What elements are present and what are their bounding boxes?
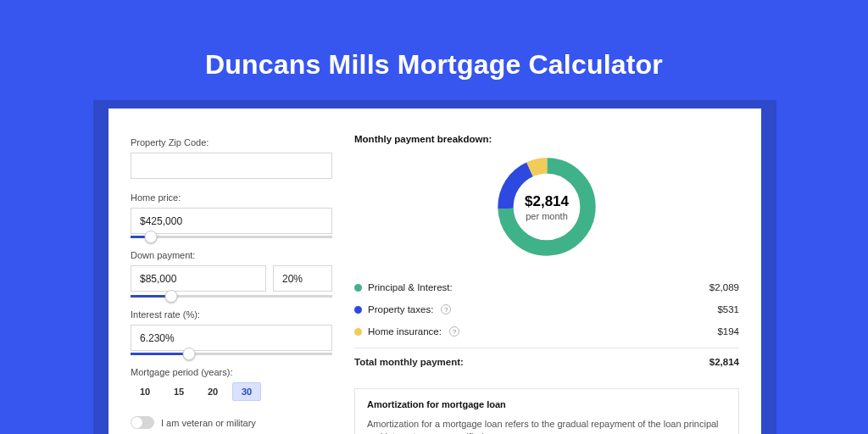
down-payment-label: Down payment:: [131, 250, 344, 260]
veteran-label: I am veteran or military: [161, 418, 256, 428]
calculator-card: Property Zip Code: Home price: $425,000 …: [108, 108, 761, 434]
interest-rate-label: Interest rate (%):: [131, 309, 344, 320]
interest-rate-slider-fill: [131, 353, 189, 355]
veteran-toggle-knob: [131, 417, 142, 428]
interest-rate-slider-thumb[interactable]: [183, 348, 196, 360]
down-payment-slider[interactable]: [131, 295, 332, 298]
veteran-toggle[interactable]: [131, 416, 154, 429]
legend-label: Principal & Interest:: [368, 282, 453, 292]
legend-total-amount: $2,814: [709, 357, 739, 367]
amortization-title: Amortization for mortgage loan: [367, 399, 726, 409]
home-price-slider-thumb[interactable]: [144, 231, 157, 243]
period-option[interactable]: 10: [131, 382, 159, 401]
home-price-slider[interactable]: [131, 236, 332, 238]
legend-amount: $531: [717, 304, 739, 314]
legend-total-label: Total monthly payment:: [354, 357, 464, 367]
legend-dot-tax: [354, 306, 362, 314]
interest-rate-input[interactable]: 6.230%: [131, 325, 332, 351]
zip-label: Property Zip Code:: [131, 137, 344, 147]
home-price-input[interactable]: $425,000: [131, 208, 332, 234]
mortgage-period-label: Mortgage period (years):: [131, 367, 344, 377]
legend-label: Home insurance:: [368, 326, 442, 337]
legend-row-total: Total monthly payment: $2,814: [354, 348, 739, 373]
legend-amount: $2,089: [709, 282, 739, 292]
down-payment-input[interactable]: $85,000: [131, 265, 266, 292]
period-option[interactable]: 15: [164, 382, 193, 401]
info-icon[interactable]: ?: [441, 304, 451, 314]
mortgage-period-group: 10 15 20 30: [131, 382, 344, 401]
donut-total-value: $2,814: [525, 193, 569, 210]
payment-donut-chart: $2,814 per month: [492, 153, 601, 261]
breakdown-title: Monthly payment breakdown:: [354, 134, 739, 144]
inputs-column: Property Zip Code: Home price: $425,000 …: [108, 108, 344, 434]
legend-label: Property taxes:: [368, 304, 433, 314]
home-price-label: Home price:: [131, 192, 344, 203]
info-icon[interactable]: ?: [449, 326, 459, 337]
legend-row-pi: Principal & Interest: $2,089: [354, 276, 739, 298]
amortization-card: Amortization for mortgage loan Amortizat…: [354, 388, 739, 434]
legend-row-ins: Home insurance: ? $194: [354, 320, 739, 342]
legend-dot-pi: [354, 284, 362, 292]
legend-row-tax: Property taxes: ? $531: [354, 298, 739, 320]
page-title: Duncans Mills Mortgage Calculator: [0, 0, 868, 81]
interest-rate-slider[interactable]: [131, 353, 332, 355]
legend-amount: $194: [717, 326, 739, 337]
zip-input[interactable]: [131, 153, 332, 179]
period-option-active[interactable]: 30: [232, 382, 261, 401]
down-payment-pct-input[interactable]: 20%: [273, 265, 332, 292]
legend-dot-ins: [354, 328, 362, 336]
period-option[interactable]: 20: [198, 382, 227, 401]
down-payment-slider-thumb[interactable]: [164, 290, 177, 303]
breakdown-column: Monthly payment breakdown: $2,814 per mo…: [344, 108, 761, 434]
donut-total-sub: per month: [526, 211, 568, 221]
amortization-body: Amortization for a mortgage loan refers …: [367, 418, 726, 434]
